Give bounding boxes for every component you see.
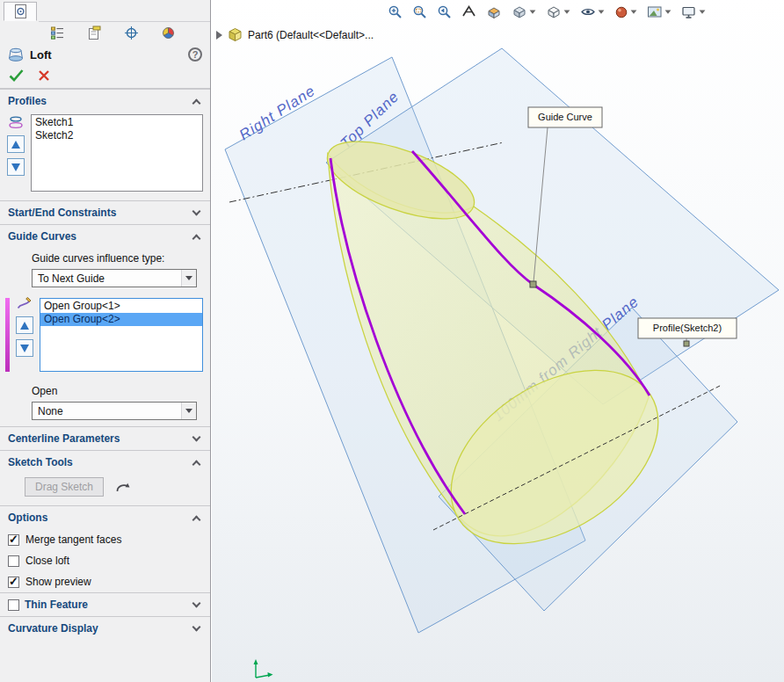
model-scene: Right Plane Top Plane 100mm from Right P… <box>212 0 784 682</box>
curvature-display-header[interactable]: Curvature Display <box>0 617 210 640</box>
chevron-down-icon <box>192 623 201 632</box>
tab-feature-manager[interactable] <box>40 23 74 42</box>
graphics-viewport[interactable]: Right Plane Top Plane 100mm from Right P… <box>212 0 784 682</box>
pm-title: Loft <box>30 48 52 62</box>
display-style-icon <box>546 4 562 19</box>
move-profile-down-button[interactable] <box>7 158 25 176</box>
zoom-to-fit-icon <box>388 4 403 19</box>
property-manager-icon <box>13 4 28 19</box>
callout-anchor-marker <box>530 281 536 287</box>
zoom-to-area-icon <box>412 4 427 19</box>
chevron-down-icon <box>185 276 192 280</box>
section-start-end-constraints: Start/End Constraints <box>0 200 210 224</box>
display-style-button[interactable] <box>544 4 572 20</box>
influence-type-dropdown[interactable]: To Next Guide <box>32 269 197 287</box>
zoom-to-area-button[interactable] <box>410 4 429 20</box>
pm-title-row: Loft ? <box>0 42 210 65</box>
profiles-listbox[interactable]: Sketch1 Sketch2 <box>31 114 203 192</box>
help-icon[interactable]: ? <box>188 47 202 62</box>
edit-appearance-icon <box>614 5 628 19</box>
thin-feature-header[interactable]: Thin Feature <box>0 593 210 616</box>
close-loft-label: Close loft <box>25 555 69 567</box>
move-guide-down-button[interactable] <box>16 339 33 357</box>
guide-curve-icon <box>17 296 33 310</box>
open-label: Open <box>0 381 210 400</box>
thin-feature-checkbox[interactable] <box>8 599 19 611</box>
profile-item[interactable]: Sketch2 <box>32 129 202 142</box>
dimxpert-icon <box>124 25 139 40</box>
hide-show-items-button[interactable] <box>578 4 606 19</box>
view-settings-button[interactable] <box>679 4 708 20</box>
guide-curves-group: Open Group<1> Open Group<2> <box>0 294 210 381</box>
guide-curve-item[interactable]: Open Group<2> <box>40 313 202 326</box>
profile-item[interactable]: Sketch1 <box>32 116 202 129</box>
move-guide-up-button[interactable] <box>16 316 33 334</box>
chevron-down-icon <box>564 10 570 13</box>
guide-curve-color-swatch <box>5 298 10 372</box>
loft-feature-icon <box>8 47 24 62</box>
tab-property-manager[interactable] <box>4 2 37 21</box>
part-icon <box>228 27 243 42</box>
guide-curves-header[interactable]: Guide Curves <box>0 225 210 248</box>
flyout-arrow-icon[interactable] <box>216 31 222 40</box>
start-end-constraints-header[interactable]: Start/End Constraints <box>0 201 210 224</box>
section-thin-feature: Thin Feature <box>0 592 210 616</box>
property-manager-panel: Loft ? Profiles <box>0 0 211 682</box>
guide-curve-item[interactable]: Open Group<1> <box>40 300 202 313</box>
tab-configuration-manager[interactable] <box>77 23 111 42</box>
previous-view-button[interactable] <box>435 4 454 20</box>
chevron-down-icon <box>631 10 637 13</box>
measure-icon <box>461 4 476 19</box>
influence-type-value: To Next Guide <box>38 272 105 285</box>
close-loft-checkbox[interactable] <box>8 555 19 567</box>
show-preview-label: Show preview <box>25 576 91 588</box>
option-row: Show preview <box>0 571 210 592</box>
centerline-header-label: Centerline Parameters <box>8 432 120 445</box>
chevron-down-icon <box>192 599 201 608</box>
guide-curves-header-label: Guide Curves <box>8 230 76 243</box>
section-sketch-tools: Sketch Tools Drag Sketch <box>0 450 210 505</box>
view-settings-icon <box>681 5 697 19</box>
ok-button[interactable] <box>9 69 24 82</box>
origin-triad-icon <box>254 659 273 678</box>
section-options: Options Merge tangent faces Close loft S… <box>0 505 210 592</box>
profiles-header[interactable]: Profiles <box>0 90 210 112</box>
view-orientation-button[interactable] <box>510 4 538 20</box>
merge-tangent-faces-checkbox[interactable] <box>8 534 19 546</box>
tab-display-manager[interactable] <box>151 23 185 42</box>
edit-appearance-button[interactable] <box>613 4 639 20</box>
profile-callout-label: Profile(Sketch2) <box>653 323 722 333</box>
chevron-down-icon <box>185 409 192 413</box>
show-preview-checkbox[interactable] <box>8 577 19 588</box>
callout-anchor-marker <box>684 341 689 346</box>
zoom-to-fit-button[interactable] <box>386 4 404 20</box>
heads-up-toolbar <box>386 4 708 20</box>
previous-view-icon <box>437 4 452 19</box>
chevron-down-icon <box>192 207 201 216</box>
open-value: None <box>38 405 63 417</box>
part-breadcrumb[interactable]: Part6 (Default<<Default>... <box>248 29 374 41</box>
guide-curves-listbox[interactable]: Open Group<1> Open Group<2> <box>40 298 203 372</box>
chevron-down-icon <box>530 10 536 13</box>
curvature-header-label: Curvature Display <box>8 622 98 635</box>
chevron-down-icon <box>700 10 706 13</box>
apply-scene-button[interactable] <box>645 4 673 19</box>
chevron-up-icon <box>192 98 201 107</box>
profiles-header-label: Profiles <box>8 95 47 107</box>
chevron-down-icon <box>192 433 201 442</box>
measure-button[interactable] <box>460 4 478 20</box>
open-dropdown[interactable]: None <box>32 402 197 420</box>
drag-sketch-button[interactable]: Drag Sketch <box>25 477 104 497</box>
profiles-icon <box>8 115 24 129</box>
options-header[interactable]: Options <box>0 506 210 529</box>
move-profile-up-button[interactable] <box>7 135 25 153</box>
section-guide-curves: Guide Curves Guide curves influence type… <box>0 224 210 420</box>
sketch-tools-header[interactable]: Sketch Tools <box>0 451 210 474</box>
tab-dimxpert-manager[interactable] <box>114 23 148 42</box>
cancel-button[interactable] <box>38 69 50 82</box>
arrow-down-icon <box>20 345 29 352</box>
undo-sketch-drag-icon[interactable] <box>114 480 134 495</box>
section-view-button[interactable] <box>484 4 504 20</box>
section-view-icon <box>486 4 502 19</box>
centerline-parameters-header[interactable]: Centerline Parameters <box>0 427 210 450</box>
